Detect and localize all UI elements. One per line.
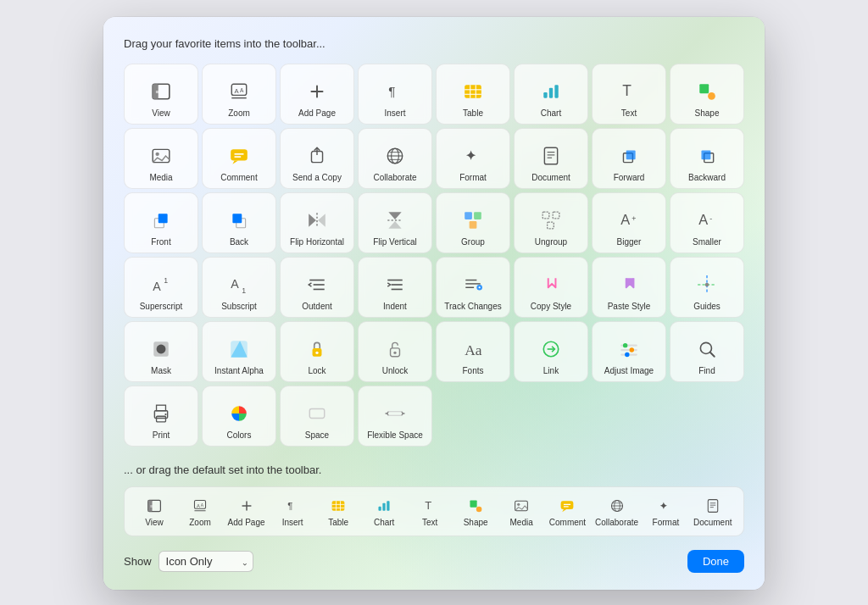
tool-item-bigger[interactable]: A+ Bigger — [592, 192, 666, 253]
tool-label-guides: Guides — [693, 302, 721, 312]
default-tool-item-comment[interactable]: Comment — [546, 492, 589, 530]
tool-item-link[interactable]: Link — [514, 321, 588, 382]
tool-label-flip-horizontal: Flip Horizontal — [290, 237, 344, 247]
tool-item-mask[interactable]: Mask — [124, 321, 198, 382]
toolbar-items-grid: ≡ View AA Zoom Add Page ¶ Insert Table C… — [124, 64, 744, 447]
space-icon — [303, 400, 331, 427]
default-tool-item-add-page[interactable]: Add Page — [225, 492, 268, 530]
default-tool-item-zoom[interactable]: AA Zoom — [179, 492, 221, 530]
tool-item-smaller[interactable]: A- Smaller — [670, 192, 744, 253]
default-tool-item-document[interactable]: Document — [690, 492, 735, 530]
tool-label-adjust-image: Adjust Image — [604, 366, 654, 376]
tool-item-forward[interactable]: Forward — [592, 128, 666, 189]
tool-item-lock[interactable]: Lock — [280, 321, 354, 382]
lock-icon — [303, 336, 331, 363]
tool-item-chart[interactable]: Chart — [514, 64, 588, 125]
tool-label-copy-style: Copy Style — [531, 302, 571, 312]
tool-item-subscript[interactable]: A1 Subscript — [202, 257, 276, 318]
insert-icon: ¶ — [381, 78, 409, 105]
outdent-icon — [303, 271, 331, 298]
tool-item-format[interactable]: ✦ Format — [436, 128, 510, 189]
tool-label-unlock: Unlock — [382, 366, 409, 376]
tool-item-fonts[interactable]: Aa Fonts — [436, 321, 510, 382]
show-select-wrapper[interactable]: Icon Only Icon and Text Text Only — [159, 551, 253, 572]
ungroup-icon — [537, 207, 565, 234]
svg-text:¶: ¶ — [388, 84, 395, 98]
flip-vertical-icon — [381, 207, 409, 234]
default-tool-item-insert[interactable]: ¶ Insert — [271, 492, 314, 530]
default-tool-label-zoom: Zoom — [189, 518, 211, 527]
show-select[interactable]: Icon Only Icon and Text Text Only — [159, 551, 253, 572]
svg-rect-15 — [543, 92, 547, 98]
tool-item-send-a-copy[interactable]: Send a Copy — [280, 128, 354, 189]
tool-item-indent[interactable]: Indent — [358, 257, 432, 318]
tool-item-shape[interactable]: Shape — [670, 64, 744, 125]
default-tool-label-collaborate: Collaborate — [595, 518, 638, 527]
default-tool-item-table[interactable]: Table — [317, 492, 359, 530]
tool-item-document[interactable]: Document — [514, 128, 588, 189]
svg-text:A: A — [698, 212, 708, 227]
tool-item-view[interactable]: ≡ View — [124, 64, 198, 125]
tool-item-flexible-space[interactable]: Flexible Space — [358, 386, 432, 447]
text-icon: T — [615, 78, 643, 105]
svg-rect-58 — [548, 222, 554, 229]
tool-item-insert[interactable]: ¶ Insert — [358, 64, 432, 125]
svg-rect-103 — [157, 416, 166, 422]
media-default-icon — [511, 496, 531, 516]
add-page-default-icon — [236, 496, 257, 516]
tool-item-group[interactable]: Group — [436, 192, 510, 253]
done-button[interactable]: Done — [687, 550, 744, 573]
show-label: Show — [124, 555, 152, 568]
tool-item-ungroup[interactable]: Ungroup — [514, 192, 588, 253]
tool-item-outdent[interactable]: Outdent — [280, 257, 354, 318]
svg-point-97 — [630, 347, 634, 352]
tool-item-backward[interactable]: Backward — [670, 128, 744, 189]
tool-item-find[interactable]: Find — [670, 321, 744, 382]
tool-item-track-changes[interactable]: Track Changes — [436, 257, 510, 318]
tool-item-back[interactable]: Back — [202, 192, 276, 253]
tool-item-adjust-image[interactable]: Adjust Image — [592, 321, 666, 382]
tool-item-print[interactable]: Print — [124, 386, 198, 447]
tool-item-colors[interactable]: Colors — [202, 386, 276, 447]
tool-label-lock: Lock — [308, 366, 326, 376]
tool-item-table[interactable]: Table — [436, 64, 510, 125]
bigger-icon: A+ — [615, 207, 643, 234]
tool-item-zoom[interactable]: AA Zoom — [202, 64, 276, 125]
tool-item-collaborate[interactable]: Collaborate — [358, 128, 432, 189]
default-tool-item-text[interactable]: T Text — [409, 492, 451, 530]
copy-style-icon — [537, 271, 565, 298]
default-tool-item-chart[interactable]: Chart — [363, 492, 405, 530]
tool-item-guides[interactable]: Guides — [670, 257, 744, 318]
tool-item-media[interactable]: Media — [124, 128, 198, 189]
svg-rect-19 — [699, 84, 709, 93]
tool-item-comment[interactable]: Comment — [202, 128, 276, 189]
tool-label-flexible-space: Flexible Space — [367, 430, 423, 441]
default-tool-item-collaborate[interactable]: Collaborate — [593, 492, 642, 530]
tool-item-space[interactable]: Space — [280, 386, 354, 447]
tool-item-flip-vertical[interactable]: Flip Vertical — [358, 192, 432, 253]
tool-label-text: Text — [621, 108, 637, 119]
svg-rect-46 — [232, 214, 242, 223]
svg-point-96 — [623, 343, 627, 347]
svg-rect-120 — [332, 501, 345, 510]
tool-item-front[interactable]: Front — [124, 192, 198, 253]
default-tool-label-format: Format — [653, 518, 680, 527]
default-tool-item-view[interactable]: ≡ View — [133, 492, 175, 530]
tool-item-text[interactable]: T Text — [592, 64, 666, 125]
default-tool-item-media[interactable]: Media — [500, 492, 542, 530]
format-icon: ✦ — [459, 142, 487, 169]
default-tool-item-format[interactable]: ✦ Format — [644, 492, 687, 530]
tool-label-indent: Indent — [383, 302, 407, 312]
default-tool-label-chart: Chart — [374, 518, 394, 527]
flexible-space-icon — [381, 400, 409, 427]
tool-item-copy-style[interactable]: Copy Style — [514, 257, 588, 318]
tool-item-flip-horizontal[interactable]: Flip Horizontal — [280, 192, 354, 253]
default-tool-item-shape[interactable]: Shape — [454, 492, 497, 530]
front-icon — [147, 207, 175, 234]
tool-label-backward: Backward — [688, 173, 726, 183]
tool-item-superscript[interactable]: A1 Superscript — [124, 257, 198, 318]
tool-item-paste-style[interactable]: Paste Style — [592, 257, 666, 318]
tool-item-add-page[interactable]: Add Page — [280, 64, 354, 125]
tool-item-unlock[interactable]: Unlock — [358, 321, 432, 382]
tool-item-instant-alpha[interactable]: Instant Alpha — [202, 321, 276, 382]
